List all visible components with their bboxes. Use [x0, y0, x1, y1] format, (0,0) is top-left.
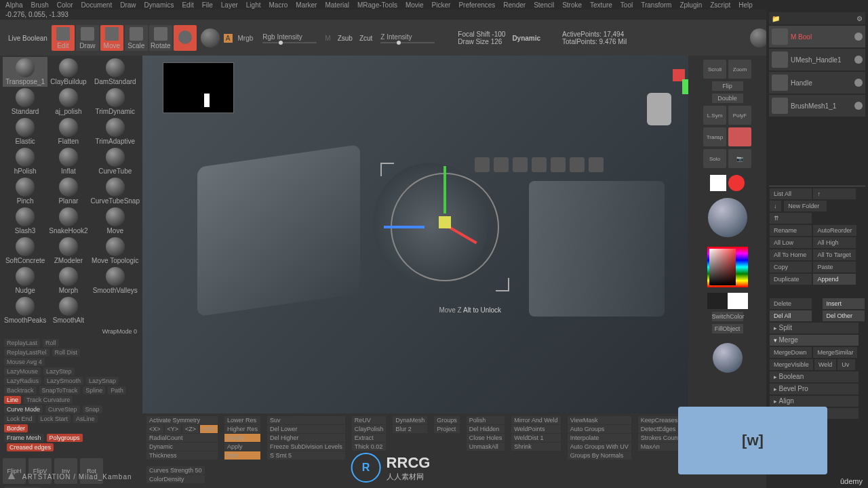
- freeze-subdiv[interactable]: Freeze SubDivision Levels: [267, 443, 345, 451]
- lazy-step[interactable]: LazyStep: [43, 367, 75, 375]
- path[interactable]: Path: [108, 386, 126, 394]
- curve-mode[interactable]: Curve Mode: [4, 405, 43, 413]
- menu-layer[interactable]: Layer: [221, 1, 238, 9]
- menu-material[interactable]: Material: [325, 1, 349, 9]
- border-toggle[interactable]: Border: [4, 424, 28, 432]
- lazy-snap[interactable]: LazySnap: [86, 377, 119, 385]
- location-icon[interactable]: [513, 157, 528, 172]
- roll[interactable]: Roll: [43, 339, 59, 347]
- white-swatch[interactable]: [710, 175, 726, 191]
- up-arrow-icon[interactable]: ↑: [813, 188, 855, 199]
- view-mask[interactable]: ViewMask: [568, 416, 631, 424]
- keep-creases[interactable]: KeepCreases: [638, 416, 682, 424]
- lock-icon[interactable]: [570, 157, 585, 172]
- reuv[interactable]: ReUV: [352, 416, 387, 424]
- append-button[interactable]: Append: [813, 274, 855, 285]
- menu-document[interactable]: Document: [81, 1, 113, 9]
- weld-button[interactable]: Weld: [814, 359, 836, 370]
- brush-move[interactable]: Move: [90, 206, 141, 236]
- gizmo-z-axis[interactable]: [384, 226, 425, 228]
- menu-zplugin[interactable]: Zplugin: [679, 1, 702, 9]
- move-mode-button[interactable]: Move: [100, 25, 123, 51]
- dynamic-toggle[interactable]: Dynamic: [509, 35, 543, 42]
- frame-mesh[interactable]: Frame Mesh: [4, 434, 44, 442]
- brush-hpolish[interactable]: hPolish: [3, 146, 47, 176]
- lock-end[interactable]: Lock End: [4, 415, 35, 423]
- suv[interactable]: Suv: [267, 416, 345, 424]
- brush-standard[interactable]: Standard: [3, 87, 47, 117]
- brush-aj_polish[interactable]: aj_polish: [47, 87, 89, 117]
- snap-to-track[interactable]: SnapToTrack: [39, 386, 81, 394]
- color-picker[interactable]: [707, 247, 748, 287]
- brush-move topologic[interactable]: Move Topologic: [90, 236, 141, 266]
- color-swatches[interactable]: [707, 293, 748, 309]
- strokes-count[interactable]: Strokes Count: [638, 434, 682, 442]
- zoom-button[interactable]: Zoom: [728, 60, 751, 79]
- draw-mode-button[interactable]: Draw: [76, 25, 99, 51]
- light-indicator[interactable]: [728, 175, 745, 191]
- auto-groups[interactable]: Auto Groups: [568, 425, 631, 433]
- delete-button[interactable]: Delete: [770, 298, 812, 309]
- auto-reorder-button[interactable]: AutoReorder: [813, 225, 856, 236]
- draw-size-slider[interactable]: Draw Size 126: [455, 38, 508, 45]
- lsym-button[interactable]: L.Sym: [703, 106, 726, 125]
- blur[interactable]: Blur 2: [393, 425, 427, 433]
- brush-snakehook2[interactable]: SnakeHook2: [47, 206, 89, 236]
- menu-mrage-tools[interactable]: MRage-Tools: [357, 1, 397, 9]
- merge-down-button[interactable]: MergeDown: [770, 347, 812, 358]
- thick[interactable]: Thick 0.02: [352, 443, 387, 451]
- down-arrow-icon[interactable]: ↓: [770, 201, 781, 211]
- menu-file[interactable]: File: [202, 1, 213, 9]
- weld-dist[interactable]: WeldDist 1: [511, 434, 560, 442]
- uv-button[interactable]: Uv: [837, 359, 855, 370]
- menu-draw[interactable]: Draw: [120, 1, 136, 9]
- merge-section[interactable]: ▾ Merge: [770, 335, 859, 346]
- scroll-button[interactable]: Scroll: [703, 60, 726, 79]
- align-section[interactable]: ▸ Align: [770, 396, 859, 407]
- line[interactable]: Line: [4, 396, 21, 404]
- brush-slash3[interactable]: Slash3: [3, 206, 47, 236]
- menu-movie[interactable]: Movie: [406, 1, 424, 9]
- gizmo-y-axis[interactable]: [443, 166, 446, 214]
- curves-strength[interactable]: Curves Strength 50: [146, 466, 205, 474]
- subtool-handle[interactable]: Handle: [769, 72, 865, 94]
- camera-icon[interactable]: 📷: [728, 149, 751, 168]
- live-boolean-toggle[interactable]: Live Boolean: [5, 35, 50, 42]
- home-icon[interactable]: [532, 157, 547, 172]
- backtrack[interactable]: Backtrack: [4, 386, 37, 394]
- as-line[interactable]: AsLine: [73, 415, 98, 423]
- track-curvature[interactable]: Track Curvature: [24, 396, 73, 404]
- del-all-button[interactable]: Del All: [770, 310, 812, 321]
- brush-softconcrete[interactable]: SoftConcrete: [3, 236, 47, 266]
- curve-step[interactable]: CurveStep: [45, 405, 80, 413]
- brush-claybuildup[interactable]: ClayBuildup: [47, 57, 89, 87]
- all-to-home-button[interactable]: All To Home: [770, 249, 812, 260]
- brush-damstandard[interactable]: DamStandard: [90, 57, 141, 87]
- brush-trimdynamic[interactable]: TrimDynamic: [90, 87, 141, 117]
- del-other-button[interactable]: Del Other: [823, 310, 865, 321]
- extract[interactable]: Extract: [352, 434, 387, 442]
- subtool-umesh[interactable]: UMesh_Handle1: [769, 49, 865, 70]
- menu-picker[interactable]: Picker: [432, 1, 451, 9]
- dynamic-subdiv[interactable]: Dynamic: [146, 443, 218, 451]
- menu-preferences[interactable]: Preferences: [458, 1, 495, 9]
- del-hidden[interactable]: Del Hidden: [467, 425, 505, 433]
- dynamesh[interactable]: DynaMesh: [393, 416, 427, 424]
- replay-last[interactable]: ReplayLast: [4, 339, 40, 347]
- insert-button[interactable]: Insert: [823, 298, 865, 309]
- creased-edges-toggle[interactable]: Creased edges: [7, 443, 54, 451]
- brush-smoothvalleys[interactable]: SmoothValleys: [90, 266, 141, 296]
- menu-color[interactable]: Color: [57, 1, 73, 9]
- focal-shift-slider[interactable]: Focal Shift -100: [455, 30, 508, 38]
- shrink[interactable]: Shrink: [511, 443, 560, 451]
- transp-button[interactable]: Transp: [703, 127, 726, 146]
- higher-res[interactable]: Higher Res: [224, 425, 260, 433]
- secondary-material-ball[interactable]: [713, 343, 743, 373]
- brush-zmodeler[interactable]: ZModeler: [47, 236, 89, 266]
- weld-points[interactable]: WeldPoints: [511, 425, 560, 433]
- menu-help[interactable]: Help: [738, 1, 753, 9]
- all-to-target-button[interactable]: All To Target: [813, 249, 855, 260]
- duplicate-button[interactable]: Duplicate: [770, 274, 812, 285]
- menu-macro[interactable]: Macro: [269, 1, 288, 9]
- brush-curvetube[interactable]: CurveTube: [90, 146, 141, 176]
